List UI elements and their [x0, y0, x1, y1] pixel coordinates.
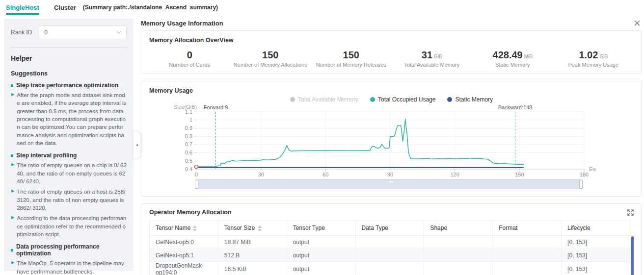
svg-text:120: 120 — [450, 172, 459, 177]
column-header[interactable]: Tensor Size — [218, 221, 287, 236]
svg-text:Backward:148: Backward:148 — [498, 104, 533, 110]
triangle-bullet-icon: ▶ — [11, 163, 14, 185]
column-header: Tensor Type — [287, 221, 355, 236]
slider-left-handle[interactable] — [195, 180, 198, 189]
sidebar-divider — [11, 47, 127, 48]
rank-id-label: Rank ID — [11, 29, 32, 36]
slider-right-handle[interactable] — [579, 180, 583, 189]
helper-title: Helper — [11, 54, 127, 62]
suggestion-section: Step trace performance optimization▶Afte… — [11, 82, 127, 147]
table-cell: [0, 153] — [562, 249, 630, 262]
svg-text:Execution ID: Execution ID — [589, 166, 596, 172]
memory-allocation-overview-card: Memory Allocation OverView 0Number of Ca… — [141, 30, 642, 74]
overview-stat: 0Number of Cards — [149, 50, 230, 68]
table-row: GetNext-op5:1512 Boutput[0, 153] — [150, 249, 630, 262]
svg-text:90: 90 — [387, 172, 393, 177]
table-cell — [424, 249, 493, 262]
overview-stat: 428.49MiBStatic Memory — [472, 50, 553, 68]
triangle-bullet-icon: ▶ — [11, 216, 14, 238]
table-cell: DropoutGenMask-op194:0 — [150, 262, 218, 275]
sidebar-collapse-handle[interactable]: ◂ — [134, 132, 140, 158]
legend-item[interactable]: Total Available Memory — [290, 96, 358, 103]
svg-text:150: 150 — [515, 172, 524, 177]
main-panel: Memory Usage Information ✕ Memory Alloca… — [134, 15, 644, 275]
table-cell: 16.5 KiB — [218, 262, 287, 275]
top-tab-bar: SingleHost Cluster (Summary path:./stand… — [0, 0, 644, 15]
triangle-bullet-icon: ▶ — [11, 261, 14, 275]
suggestion-item: ▶The ratio of empty queues on a chip is … — [11, 161, 127, 185]
sort-icon[interactable] — [193, 225, 197, 231]
table-row: GetNext-op5:018.87 MiBoutput[0, 153] — [150, 236, 630, 249]
tab-cluster[interactable]: Cluster — [54, 4, 76, 11]
rank-id-select[interactable]: 0 — [39, 25, 127, 39]
chevron-down-icon — [116, 31, 121, 34]
memory-usage-card: Memory Usage Total Available MemoryTotal… — [141, 81, 642, 197]
collapse-arrow-icon: ◂ — [136, 143, 138, 147]
square-bullet-icon — [11, 154, 13, 157]
legend-dot-icon — [370, 97, 375, 102]
suggestion-section: Step interval profiling▶The ratio of emp… — [11, 152, 127, 238]
table-cell — [493, 262, 562, 275]
suggestion-item: ▶According to the data processing perfor… — [11, 214, 127, 238]
page-title: Memory Usage Information — [141, 20, 223, 27]
table-cell: output — [287, 262, 355, 275]
memory-usage-card-title: Memory Usage — [149, 87, 634, 94]
overview-stat: 150Number of Memory Releases — [311, 50, 392, 68]
table-cell — [355, 262, 424, 275]
summary-path: (Summary path:./standalone_Ascend_summar… — [83, 4, 218, 11]
svg-text:Size(GiB): Size(GiB) — [174, 104, 197, 110]
svg-text:0.5: 0.5 — [185, 158, 192, 164]
svg-text:Forward:9: Forward:9 — [204, 104, 228, 110]
sort-icon[interactable] — [258, 225, 262, 231]
svg-text:30: 30 — [258, 172, 264, 177]
table-cell: 18.87 MiB — [218, 236, 287, 249]
table-cell — [493, 236, 562, 249]
overview-card-title: Memory Allocation OverView — [149, 37, 634, 44]
operator-table-title: Operator Memory Allocation — [149, 209, 232, 216]
tab-singlehost[interactable]: SingleHost — [6, 4, 39, 11]
suggestion-item: ▶The MapOp_5 operator in the pipeline ma… — [11, 259, 127, 275]
svg-text:0.7: 0.7 — [185, 141, 192, 147]
svg-text:180: 180 — [580, 172, 589, 177]
chart-legend: Total Available MemoryTotal Occupied Usa… — [149, 95, 634, 104]
table-cell — [493, 249, 562, 262]
operator-memory-card: Operator Memory Allocation Tensor NameTe… — [141, 203, 642, 275]
triangle-bullet-icon: ▶ — [11, 93, 14, 147]
svg-text:0.4: 0.4 — [185, 166, 192, 172]
suggestion-section-title: Step interval profiling — [11, 152, 127, 159]
suggestions-list: Step trace performance optimization▶Afte… — [11, 82, 127, 275]
table-cell: 512 B — [218, 249, 287, 262]
suggestion-section-title: Data processing performance optimization — [11, 243, 127, 257]
legend-dot-icon — [447, 97, 452, 102]
table-cell: output — [287, 236, 355, 249]
column-header[interactable]: Tensor Name — [150, 221, 218, 236]
table-row: DropoutGenMask-op194:016.5 KiBoutput[0, … — [150, 262, 630, 275]
suggestion-item: ▶After the praph mode and dataset sink m… — [11, 91, 127, 147]
svg-text:60: 60 — [322, 172, 328, 177]
table-cell — [424, 236, 493, 249]
legend-dot-icon — [290, 97, 295, 102]
overview-stat: 31GiBTotal Available Memory — [392, 50, 473, 68]
table-cell: [0, 153] — [562, 262, 630, 275]
close-icon[interactable]: ✕ — [633, 19, 641, 28]
column-header: Shape — [424, 221, 493, 236]
rank-id-value: 0 — [44, 29, 48, 36]
column-header: Lifecycle — [562, 221, 630, 236]
overview-stat: 150Number of Memory Allocations — [230, 50, 311, 68]
slider-grip — [389, 181, 394, 182]
svg-text:1: 1 — [189, 117, 192, 123]
fullscreen-expand-icon[interactable] — [627, 209, 634, 216]
suggestion-section-title: Step trace performance optimization — [11, 82, 127, 89]
svg-text:0: 0 — [195, 172, 198, 177]
legend-item[interactable]: Static Memory — [447, 96, 493, 103]
chart-range-slider[interactable] — [195, 179, 583, 189]
table-cell: GetNext-op5:1 — [150, 249, 218, 262]
legend-item[interactable]: Total Occupied Usage — [370, 96, 435, 103]
operator-table-wrap: Tensor NameTensor SizeTensor TypeData Ty… — [149, 220, 634, 275]
triangle-bullet-icon: ▶ — [11, 189, 14, 212]
table-cell — [355, 249, 424, 262]
column-header: Format — [493, 221, 562, 236]
square-bullet-icon — [11, 84, 13, 87]
table-cell — [355, 236, 424, 249]
table-scrollbar[interactable] — [631, 236, 634, 275]
